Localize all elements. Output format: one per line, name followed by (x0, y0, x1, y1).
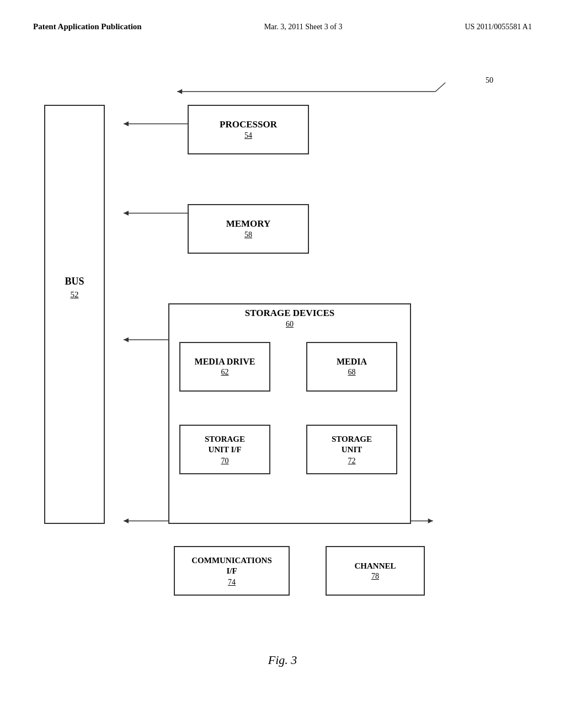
publication-label: Patent Application Publication (33, 22, 142, 31)
processor-box: PROCESSOR 54 (188, 105, 309, 154)
processor-number: 54 (244, 131, 252, 140)
date-sheet-label: Mar. 3, 2011 Sheet 3 of 3 (264, 23, 343, 31)
storage-unit-box: STORAGEUNIT 72 (306, 425, 397, 474)
diagram-area: 50 BUS 52 PROCESSOR 54 MEMORY 58 STORAGE… (33, 72, 532, 618)
media-drive-label: MEDIA DRIVE (195, 357, 255, 367)
storage-unit-label: STORAGEUNIT (332, 434, 372, 456)
memory-number: 58 (244, 231, 252, 239)
svg-marker-4 (124, 121, 129, 126)
storage-unit-number: 72 (348, 457, 356, 465)
svg-marker-10 (124, 338, 129, 342)
storage-unit-if-number: 70 (221, 457, 229, 465)
channel-box: CHANNEL 78 (326, 546, 425, 596)
memory-box: MEMORY 58 (188, 204, 309, 254)
bus-box (44, 105, 105, 524)
media-number: 68 (348, 368, 356, 377)
channel-label: CHANNEL (354, 561, 396, 571)
patent-number-label: US 2011/0055581 A1 (465, 23, 532, 31)
figure-caption: Fig. 3 (268, 653, 297, 667)
storage-devices-number: 60 (168, 320, 411, 329)
communications-box: COMMUNICATIONSI/F 74 (174, 546, 290, 596)
storage-unit-if-box: STORAGEUNIT I/F 70 (179, 425, 270, 474)
media-label: MEDIA (337, 357, 367, 367)
svg-marker-7 (124, 211, 129, 216)
storage-unit-if-label: STORAGEUNIT I/F (205, 434, 245, 456)
svg-marker-25 (428, 518, 433, 523)
svg-line-0 (435, 83, 445, 92)
bus-label: BUS (44, 276, 105, 287)
page-header: Patent Application Publication Mar. 3, 2… (0, 22, 565, 31)
svg-marker-2 (177, 89, 182, 94)
media-drive-number: 62 (221, 368, 229, 377)
communications-number: 74 (228, 578, 236, 587)
bus-number: 52 (44, 290, 105, 299)
processor-label: PROCESSOR (220, 119, 277, 130)
communications-label: COMMUNICATIONSI/F (191, 555, 272, 577)
ref-50: 50 (486, 76, 493, 85)
memory-label: MEMORY (226, 218, 271, 229)
media-box: MEDIA 68 (306, 342, 397, 392)
media-drive-box: MEDIA DRIVE 62 (179, 342, 270, 392)
storage-devices-label: STORAGE DEVICES (168, 308, 411, 319)
channel-number: 78 (371, 572, 379, 581)
storage-devices-box (168, 303, 411, 524)
svg-marker-13 (124, 518, 129, 523)
